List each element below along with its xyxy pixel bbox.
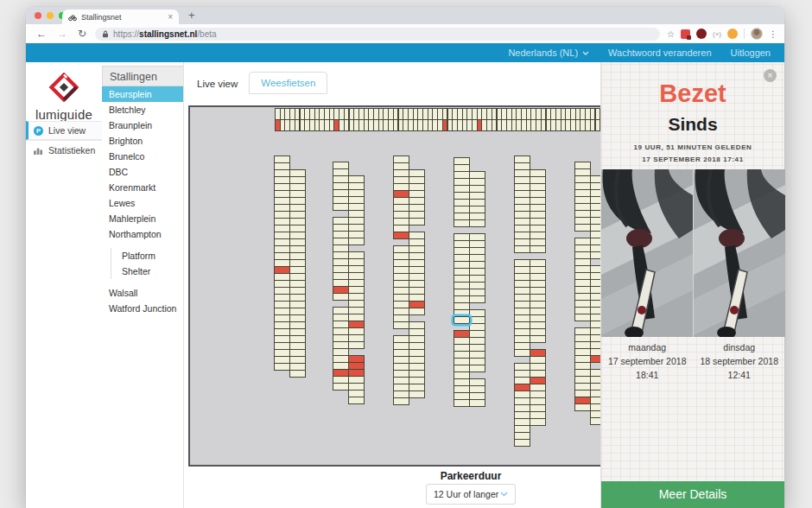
snapshot-day: maandag bbox=[601, 340, 694, 354]
brand-sidebar: lumiguide P Live view Statistieken bbox=[26, 62, 102, 508]
browser-tab[interactable]: Stallingsnet × bbox=[62, 10, 179, 24]
browser-window: Stallingsnet × + ← → ↻ https://stallings… bbox=[26, 7, 784, 508]
snapshot-date: 18 september 2018 bbox=[694, 354, 786, 368]
window-close-button[interactable] bbox=[35, 12, 41, 19]
stalling-item-braunplein[interactable]: Braunplein bbox=[102, 117, 183, 133]
parking-cell[interactable] bbox=[289, 370, 306, 378]
snapshot-1-caption: maandag 17 september 2018 18:41 bbox=[601, 340, 694, 382]
bike-photo-1 bbox=[601, 169, 693, 337]
parkeerduur-label: Parkeerduur bbox=[363, 470, 579, 482]
parking-cell[interactable] bbox=[333, 293, 349, 301]
tab-title: Stallingsnet bbox=[81, 13, 163, 22]
bar-chart-icon bbox=[34, 146, 43, 155]
stallingen-header: Stallingen bbox=[102, 66, 183, 86]
toolbar-divider bbox=[744, 29, 745, 39]
stalling-item-lewes[interactable]: Lewes bbox=[102, 195, 183, 211]
parking-cell[interactable] bbox=[469, 399, 485, 407]
sidebar-item-statistieken[interactable]: Statistieken bbox=[26, 140, 102, 159]
stalling-item-platform[interactable]: Platform bbox=[111, 248, 183, 264]
bike-photo-2 bbox=[694, 169, 785, 337]
logout-link[interactable]: Uitloggen bbox=[731, 48, 771, 58]
extension-icon-4[interactable] bbox=[727, 29, 738, 39]
parking-cell[interactable] bbox=[454, 219, 470, 227]
tab-live-view[interactable]: Live view bbox=[186, 73, 249, 94]
stalling-item-brighton[interactable]: Brighton bbox=[102, 133, 183, 149]
parking-cell[interactable] bbox=[409, 308, 425, 315]
stalling-item-dbc[interactable]: DBC bbox=[102, 164, 183, 180]
parking-cell[interactable] bbox=[530, 418, 546, 426]
parking-cell[interactable] bbox=[409, 218, 425, 225]
parking-cell[interactable] bbox=[333, 203, 349, 211]
browser-menu-icon[interactable]: ⋮ bbox=[769, 29, 777, 39]
nav-label: Statistieken bbox=[48, 145, 95, 156]
profile-avatar[interactable] bbox=[751, 28, 763, 40]
new-tab-button[interactable]: + bbox=[188, 9, 195, 22]
parking-cell[interactable] bbox=[454, 399, 470, 407]
change-password-link[interactable]: Wachtwoord veranderen bbox=[608, 48, 711, 58]
window-minimize-button[interactable] bbox=[47, 12, 54, 19]
tab-close-icon[interactable]: × bbox=[168, 13, 173, 22]
app-header: Nederlands (NL) Wachtwoord veranderen Ui… bbox=[26, 43, 784, 62]
parking-cell[interactable] bbox=[469, 295, 485, 303]
stalling-item-beursplein[interactable]: Beursplein bbox=[102, 86, 183, 102]
parking-cell[interactable] bbox=[469, 365, 485, 372]
extension-icon-2[interactable] bbox=[696, 29, 707, 39]
content-tabs: Live view Weesfietsen bbox=[186, 71, 327, 94]
parking-cell[interactable] bbox=[274, 363, 290, 371]
stalling-item-bletchley[interactable]: Bletchley bbox=[102, 102, 183, 117]
stalling-item-mahlerplein[interactable]: Mahlerplein bbox=[102, 211, 183, 226]
parking-cell[interactable] bbox=[574, 314, 591, 321]
live-view-icon: P bbox=[34, 126, 43, 136]
parking-cell[interactable] bbox=[469, 219, 485, 227]
parking-cell[interactable] bbox=[393, 321, 409, 329]
back-icon[interactable]: ← bbox=[36, 28, 47, 40]
snapshot-date: 17 september 2018 bbox=[601, 354, 694, 368]
parking-cell[interactable] bbox=[514, 349, 530, 357]
parkeerduur-select[interactable]: 12 Uur of langer bbox=[426, 484, 516, 505]
parking-cell[interactable] bbox=[514, 245, 530, 253]
camera-snapshots bbox=[601, 169, 785, 337]
parking-cell-selected[interactable] bbox=[454, 316, 470, 324]
snapshot-time: 18:41 bbox=[601, 368, 694, 382]
parking-cell[interactable] bbox=[333, 383, 349, 391]
stalling-item-shelter[interactable]: Shelter bbox=[111, 264, 183, 279]
reload-icon[interactable]: ↻ bbox=[78, 28, 86, 40]
stalling-item-korenmarkt[interactable]: Korenmarkt bbox=[102, 180, 183, 195]
parking-cell[interactable] bbox=[530, 335, 546, 343]
detail-panel: × Bezet Sinds 19 UUR, 51 MINUTEN GELEDEN… bbox=[600, 62, 784, 508]
snapshot-captions: maandag 17 september 2018 18:41 dinsdag … bbox=[601, 340, 785, 382]
parking-cell[interactable] bbox=[393, 397, 409, 405]
snapshot-day: dinsdag bbox=[694, 340, 786, 354]
parkeerduur-value: 12 Uur of langer bbox=[434, 489, 498, 499]
stallingen-list: BeurspleinBletchleyBraunpleinBrightonBru… bbox=[102, 86, 183, 316]
language-selector[interactable]: Nederlands (NL) bbox=[508, 48, 589, 58]
url-text: https://stallingsnet.nl/beta bbox=[113, 29, 217, 39]
parking-cell[interactable] bbox=[393, 232, 409, 239]
extension-icon-1[interactable] bbox=[681, 29, 690, 39]
parking-cell[interactable] bbox=[514, 439, 530, 447]
browser-toolbar: ← → ↻ https://stallingsnet.nl/beta ☆ (×)… bbox=[26, 24, 784, 43]
parking-cell[interactable] bbox=[348, 397, 365, 404]
stalling-item-brunelco[interactable]: Brunelco bbox=[102, 149, 183, 164]
parking-cell[interactable] bbox=[409, 391, 425, 398]
meer-details-button[interactable]: Meer Details bbox=[601, 481, 784, 508]
tab-weesfietsen[interactable]: Weesfietsen bbox=[249, 72, 327, 94]
parking-cell[interactable] bbox=[348, 238, 365, 245]
forward-icon[interactable]: → bbox=[57, 28, 67, 40]
extension-icon-3[interactable]: (×) bbox=[713, 30, 721, 38]
parking-cell[interactable] bbox=[574, 403, 591, 411]
stalling-item-watford-junction[interactable]: Watford Junction bbox=[102, 301, 183, 316]
bookmark-star-icon[interactable]: ☆ bbox=[667, 29, 675, 39]
since-label: Sinds bbox=[601, 114, 784, 135]
lock-icon bbox=[102, 30, 109, 38]
chevron-down-icon bbox=[500, 492, 508, 497]
address-bar[interactable]: https://stallingsnet.nl/beta bbox=[95, 28, 660, 41]
browser-tab-bar: Stallingsnet × + bbox=[26, 7, 784, 24]
parking-cell[interactable] bbox=[530, 245, 546, 253]
stalling-item-walsall[interactable]: Walsall bbox=[102, 285, 183, 301]
parking-cell[interactable] bbox=[574, 224, 591, 232]
sidebar-item-live-view[interactable]: P Live view bbox=[26, 121, 102, 140]
parking-cell[interactable] bbox=[348, 341, 365, 349]
snapshot-time: 12:41 bbox=[694, 368, 786, 382]
stalling-item-northampton[interactable]: Northampton bbox=[102, 226, 183, 242]
